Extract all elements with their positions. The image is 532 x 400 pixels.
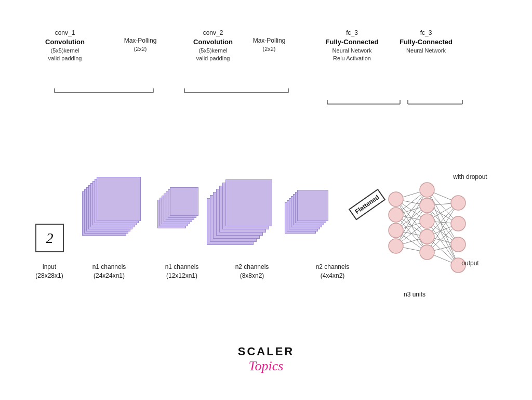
svg-point-52: [389, 192, 403, 207]
fc3-left-name: Fully-Connected: [314, 37, 390, 47]
svg-line-14: [396, 199, 427, 221]
conv2-name: Convolution: [179, 37, 247, 47]
svg-line-37: [427, 205, 458, 224]
svg-point-62: [451, 216, 466, 231]
footer-topics-text: Topics: [238, 358, 294, 374]
conv2-id: conv_2: [179, 29, 247, 37]
svg-point-59: [420, 229, 434, 244]
svg-line-23: [396, 205, 427, 230]
svg-line-41: [427, 221, 458, 224]
svg-line-28: [396, 205, 427, 246]
fc3-right-label: fc_3 Fully-Connected Neural Network: [392, 29, 460, 55]
svg-line-18: [396, 205, 427, 215]
conv1-name: Convolution: [34, 37, 96, 47]
svg-line-35: [427, 190, 458, 265]
svg-line-17: [396, 190, 427, 215]
svg-point-60: [420, 245, 434, 260]
svg-point-61: [451, 196, 466, 210]
main-canvas: conv_1 Convolution (5x5)kernel valid pad…: [0, 0, 532, 400]
conv1-out-label: n1 channels (24x24xn1): [81, 263, 138, 280]
svg-line-15: [396, 199, 427, 237]
conv1-desc2: valid padding: [34, 55, 96, 62]
input-label: input (28x28x1): [26, 263, 73, 280]
svg-line-50: [427, 244, 458, 252]
conv1-id: conv_1: [34, 29, 96, 37]
svg-line-46: [427, 237, 458, 244]
fc3-left-desc2: Relu Activation: [314, 55, 390, 62]
n3-units-label: n3 units: [394, 290, 435, 299]
svg-point-56: [420, 183, 434, 197]
svg-line-20: [396, 215, 427, 237]
svg-line-49: [427, 224, 458, 252]
maxpool2-out-label: n2 channels (4x4xn2): [304, 263, 361, 280]
svg-line-48: [427, 203, 458, 252]
svg-line-22: [396, 190, 427, 230]
svg-line-12: [396, 190, 427, 199]
svg-line-44: [427, 203, 458, 237]
svg-line-39: [427, 205, 458, 265]
footer: SCALER Topics: [238, 345, 294, 374]
svg-line-38: [427, 205, 458, 244]
svg-line-31: [396, 246, 427, 252]
conv1-desc1: (5x5)kernel: [34, 47, 96, 55]
footer-scaler-text: SCALER: [238, 345, 294, 358]
flattened-label: Flattened: [349, 188, 386, 220]
svg-line-36: [427, 203, 458, 205]
svg-line-26: [396, 230, 427, 252]
svg-line-16: [396, 199, 427, 252]
maxpool1-desc1: (2x2): [114, 45, 166, 53]
svg-line-29: [396, 221, 427, 246]
svg-line-27: [396, 190, 427, 246]
input-image: 2: [35, 224, 64, 252]
fc3-right-desc1: Neural Network: [392, 47, 460, 55]
maxpool1-out-label: n1 channels (12x12xn1): [153, 263, 210, 280]
svg-line-45: [427, 224, 458, 237]
fc3-right-name: Fully-Connected: [392, 37, 460, 47]
svg-line-19: [396, 215, 427, 221]
maxpool2-id: Max-Polling: [243, 36, 295, 45]
conv1-label: conv_1 Convolution (5x5)kernel valid pad…: [34, 29, 96, 63]
conv2-desc2: valid padding: [179, 55, 247, 62]
svg-point-63: [451, 237, 466, 252]
fc3-left-id: fc_3: [314, 29, 390, 37]
svg-line-33: [427, 190, 458, 224]
fc3-left-desc1: Neural Network: [314, 47, 390, 55]
output-label: output: [452, 259, 488, 268]
svg-line-25: [396, 230, 427, 237]
with-dropout-label: with dropout: [444, 173, 496, 182]
svg-line-21: [396, 215, 427, 252]
svg-line-42: [427, 221, 458, 244]
svg-point-53: [389, 208, 403, 222]
conv2-label: conv_2 Convolution (5x5)kernel valid pad…: [179, 29, 247, 63]
maxpool1-label: Max-Polling (2x2): [114, 36, 166, 53]
fc3-right-id: fc_3: [392, 29, 460, 37]
svg-line-13: [396, 199, 427, 205]
svg-line-40: [427, 203, 458, 221]
svg-line-32: [427, 190, 458, 203]
svg-line-30: [396, 237, 427, 246]
conv2-out-label: n2 channels (8x8xn2): [223, 263, 281, 280]
svg-point-54: [389, 223, 403, 238]
maxpool2-desc1: (2x2): [243, 45, 295, 53]
maxpool1-id: Max-Polling: [114, 36, 166, 45]
svg-line-34: [427, 190, 458, 244]
conv2-desc1: (5x5)kernel: [179, 47, 247, 55]
svg-point-55: [389, 239, 403, 253]
svg-point-58: [420, 214, 434, 228]
svg-point-57: [420, 198, 434, 213]
fc3-left-label: fc_3 Fully-Connected Neural Network Relu…: [314, 29, 390, 63]
maxpool2-label: Max-Polling (2x2): [243, 36, 295, 53]
svg-line-24: [396, 221, 427, 230]
